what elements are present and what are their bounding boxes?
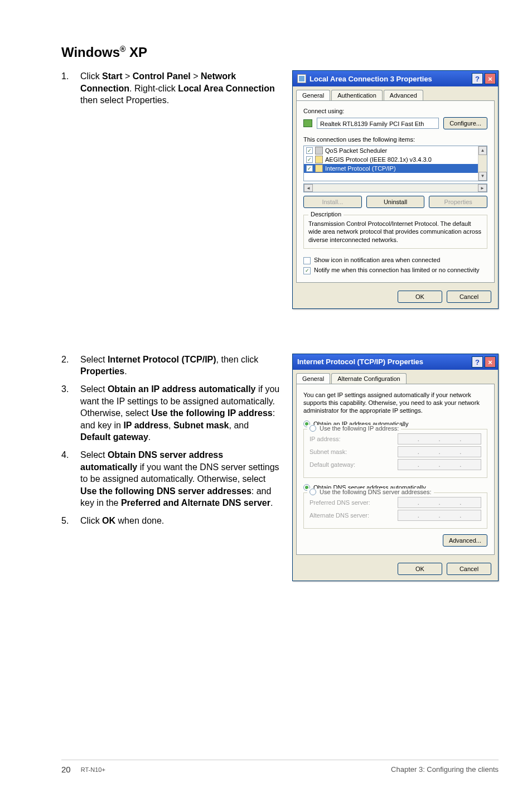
tab-alternate[interactable]: Alternate Configuration	[331, 373, 407, 384]
description-text: Transmission Control Protocol/Internet P…	[308, 220, 482, 244]
step-number: 3.	[61, 383, 71, 443]
window-title: Internet Protocol (TCP/IP) Properties	[297, 357, 470, 366]
items-listbox[interactable]: ✓ QoS Packet Scheduler ✓ AEGIS Protocol …	[303, 146, 487, 181]
scrollbar[interactable]: ▲ ▼	[478, 146, 487, 181]
kw-control-panel: Control Panel	[133, 71, 191, 81]
cancel-button[interactable]: Cancel	[447, 291, 491, 303]
heading-prefix: Windows	[61, 45, 120, 60]
step-number: 1.	[61, 70, 71, 107]
help-button[interactable]: ?	[472, 356, 483, 368]
t: . Right-click	[129, 84, 178, 93]
cancel-button[interactable]: Cancel	[447, 563, 491, 575]
step2-text: Select Internet Protocol (TCP/IP), then …	[80, 354, 281, 378]
t: Click	[80, 71, 102, 81]
ip-address-field[interactable]: ...	[398, 433, 481, 445]
tab-content: Connect using: Realtek RTL8139 Family PC…	[296, 100, 495, 283]
dns-groupbox: Use the following DNS server addresses: …	[303, 492, 487, 529]
checkbox-icon[interactable]: ✓	[306, 165, 313, 172]
checkbox-icon[interactable]: ✓	[306, 156, 313, 163]
tab-authentication[interactable]: Authentication	[331, 90, 383, 100]
service-icon	[315, 147, 323, 154]
uninstall-button[interactable]: Uninstall	[366, 196, 425, 208]
use-ip-radio[interactable]	[309, 425, 316, 432]
kw-pref-alt-dns: Preferred and Alternate DNS server	[121, 498, 270, 508]
kw-use-following-ip: Use the following IP address	[151, 408, 273, 418]
checkbox-icon[interactable]: ✓	[306, 147, 313, 154]
ok-button[interactable]: OK	[398, 291, 442, 303]
t: when done.	[115, 516, 164, 525]
step4-text: Select Obtain DNS server address automat…	[80, 449, 281, 509]
kw-ok: OK	[102, 516, 115, 525]
ip-groupbox: Use the following IP address: IP address…	[303, 429, 487, 478]
alternate-dns-field[interactable]: ...	[398, 510, 481, 521]
uses-items-label: This connection uses the following items…	[303, 136, 487, 143]
connect-using-label: Connect using:	[303, 108, 487, 114]
advanced-button[interactable]: Advanced...	[443, 534, 487, 547]
step5-text: Click OK when done.	[80, 515, 281, 527]
preferred-dns-field[interactable]: ...	[398, 497, 481, 508]
kw-default-gateway: Default gateway	[80, 432, 148, 442]
t: , and	[229, 421, 249, 430]
adapter-field[interactable]: Realtek RTL8139 Family PCI Fast Eth	[317, 118, 439, 129]
window-icon	[297, 74, 306, 83]
tab-general[interactable]: General	[296, 90, 330, 100]
t: Click	[80, 516, 102, 525]
step-number: 4.	[61, 449, 71, 509]
scrollbar-horizontal[interactable]: ◄ ►	[303, 183, 487, 192]
scroll-track[interactable]	[313, 184, 478, 192]
close-button[interactable]: ×	[485, 73, 496, 84]
page-footer: 20 RT-N10+ Chapter 3: Configuring the cl…	[0, 760, 532, 774]
alternate-dns-label: Alternate DNS server:	[309, 512, 392, 519]
t: .	[270, 498, 273, 508]
heading-reg: ®	[120, 45, 125, 54]
t: >	[191, 71, 201, 81]
protocol-icon	[315, 156, 323, 163]
list-item: Internet Protocol (TCP/IP)	[325, 165, 396, 172]
show-icon-checkbox[interactable]	[303, 257, 311, 264]
kw-use-following-dns: Use the following DNS server addresses	[80, 486, 252, 496]
step-number: 2.	[61, 354, 71, 378]
ok-button[interactable]: OK	[398, 563, 442, 575]
help-button[interactable]: ?	[472, 73, 483, 84]
scroll-down-icon[interactable]: ▼	[478, 172, 487, 181]
install-button[interactable]: Install...	[303, 196, 362, 208]
t: , then click	[216, 355, 259, 364]
tab-advanced[interactable]: Advanced	[384, 90, 423, 100]
default-gateway-label: Default gateway:	[309, 461, 392, 468]
t: .	[148, 432, 151, 442]
titlebar[interactable]: Internet Protocol (TCP/IP) Properties ? …	[293, 354, 498, 370]
list-item: QoS Packet Scheduler	[325, 147, 387, 154]
tab-general[interactable]: General	[296, 373, 330, 384]
configure-button[interactable]: Configure...	[443, 117, 487, 129]
kw-ip-address: IP address	[123, 421, 168, 430]
tab-row: General Authentication Advanced	[296, 90, 495, 100]
t: then select Properties.	[80, 95, 169, 105]
scroll-right-icon[interactable]: ►	[478, 184, 487, 192]
use-ip-label: Use the following IP address:	[320, 425, 399, 432]
notify-label: Notify me when this connection has limit…	[314, 267, 480, 273]
t: >	[123, 71, 133, 81]
scroll-left-icon[interactable]: ◄	[304, 184, 313, 192]
step3-text: Select Obtain an IP address automaticall…	[80, 383, 281, 443]
default-gateway-field[interactable]: ...	[398, 459, 481, 470]
scroll-up-icon[interactable]: ▲	[478, 146, 487, 155]
ip-address-label: IP address:	[309, 436, 392, 442]
nic-icon	[303, 119, 312, 127]
step-number: 5.	[61, 515, 71, 527]
notify-checkbox[interactable]: ✓	[303, 267, 311, 274]
chapter-name: Chapter 3: Configuring the clients	[391, 765, 499, 774]
model-name: RT-N10+	[81, 766, 105, 773]
kw-properties: Properties	[80, 366, 124, 376]
close-button[interactable]: ×	[485, 356, 496, 368]
kw-obtain-ip: Obtain an IP address automatically	[108, 384, 256, 394]
page-heading: Windows® XP	[61, 45, 499, 60]
kw-internet-protocol: Internet Protocol (TCP/IP)	[108, 355, 216, 364]
kw-lac: Local Area Connection	[178, 84, 275, 93]
properties-button[interactable]: Properties	[429, 196, 487, 208]
use-dns-radio[interactable]	[309, 489, 316, 495]
t: Select	[80, 355, 108, 364]
use-dns-label: Use the following DNS server addresses:	[320, 489, 432, 495]
subnet-mask-field[interactable]: ...	[398, 446, 481, 457]
titlebar[interactable]: Local Area Connection 3 Properties ? ×	[293, 71, 498, 86]
t: ,	[168, 421, 173, 430]
